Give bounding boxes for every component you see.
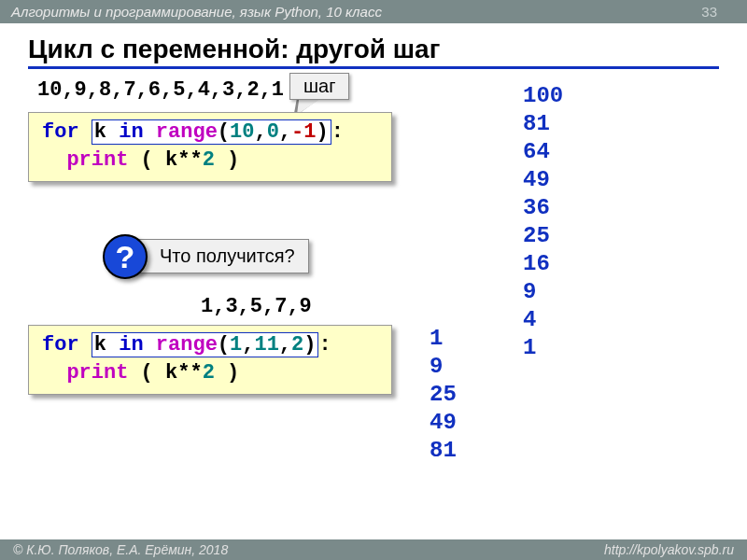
- sequence-1: 10,9,8,7,6,5,4,3,2,1: [37, 78, 284, 102]
- var-k: k: [94, 120, 106, 144]
- fn-range: range: [156, 333, 218, 357]
- expr-k: k**: [165, 361, 203, 385]
- range-box-1: k in range(10,0,-1): [92, 119, 331, 145]
- fn-range: range: [156, 120, 218, 144]
- output-column-1: 100 81 64 49 36 25 16 9 4 1: [523, 82, 563, 362]
- range-box-2: k in range(1,11,2): [92, 332, 319, 357]
- header-bar: Алгоритмы и программирование, язык Pytho…: [0, 0, 747, 23]
- arg-a: 10: [230, 120, 254, 144]
- kw-in: in: [119, 120, 143, 144]
- expr-n: 2: [203, 148, 215, 172]
- arg-a: 1: [230, 333, 242, 357]
- code-block-1: for k in range(10,0,-1): print ( k**2 ): [28, 112, 392, 182]
- content-area: 10,9,8,7,6,5,4,3,2,1 шаг for k in range(…: [0, 73, 747, 530]
- expr-k: k**: [165, 148, 203, 172]
- copyright: © К.Ю. Поляков, Е.А. Ерёмин, 2018: [13, 542, 228, 557]
- sequence-2: 1,3,5,7,9: [201, 295, 312, 318]
- course-label: Алгоритмы и программирование, язык Pytho…: [11, 4, 382, 20]
- footer-url: http://kpolyakov.spb.ru: [604, 542, 734, 557]
- output-column-2: 1 9 25 49 81: [430, 325, 457, 465]
- question-mark-icon: ?: [103, 234, 148, 279]
- code-block-2: for k in range(1,11,2): print ( k**2 ): [28, 325, 392, 395]
- page-title: Цикл с переменной: другой шаг: [28, 35, 719, 69]
- arg-c: -1: [291, 120, 316, 144]
- kw-for: for: [42, 120, 79, 144]
- question-box: Что получится?: [131, 239, 309, 273]
- kw-in: in: [119, 333, 143, 357]
- arg-b: 11: [254, 333, 278, 357]
- page-number: 33: [701, 4, 717, 20]
- kw-for: for: [42, 333, 79, 357]
- footer-bar: © К.Ю. Поляков, Е.А. Ерёмин, 2018 http:/…: [0, 539, 747, 560]
- step-callout: шаг: [289, 73, 349, 100]
- expr-n: 2: [203, 361, 215, 385]
- fn-print: print: [66, 361, 128, 385]
- fn-print: print: [66, 148, 128, 172]
- arg-c: 2: [291, 333, 303, 357]
- var-k: k: [94, 333, 106, 357]
- arg-b: 0: [267, 120, 279, 144]
